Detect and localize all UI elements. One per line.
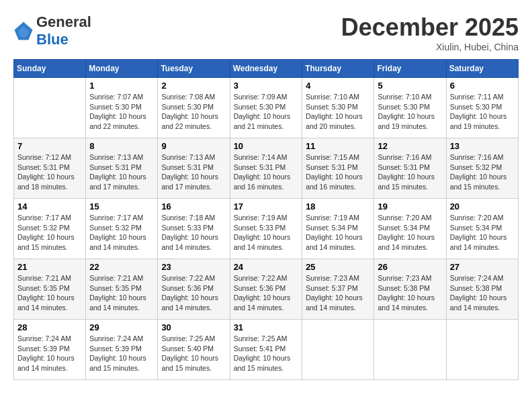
week-row-2: 7Sunrise: 7:12 AMSunset: 5:31 PMDaylight… bbox=[14, 138, 519, 199]
calendar-cell bbox=[14, 78, 86, 138]
day-number: 20 bbox=[450, 201, 515, 212]
calendar-cell: 4Sunrise: 7:10 AMSunset: 5:30 PMDaylight… bbox=[302, 78, 374, 138]
day-number: 26 bbox=[378, 262, 442, 272]
day-number: 17 bbox=[234, 201, 299, 212]
day-number: 15 bbox=[89, 201, 154, 212]
calendar-cell: 22Sunrise: 7:21 AMSunset: 5:35 PMDayligh… bbox=[86, 259, 158, 320]
day-info: Sunrise: 7:24 AMSunset: 5:39 PMDaylight:… bbox=[17, 334, 82, 373]
calendar-cell: 6Sunrise: 7:11 AMSunset: 5:30 PMDaylight… bbox=[446, 78, 518, 138]
calendar-cell: 12Sunrise: 7:16 AMSunset: 5:31 PMDayligh… bbox=[374, 138, 446, 199]
calendar-cell: 7Sunrise: 7:12 AMSunset: 5:31 PMDaylight… bbox=[14, 138, 86, 199]
day-info: Sunrise: 7:10 AMSunset: 5:30 PMDaylight:… bbox=[306, 92, 370, 132]
day-number: 12 bbox=[378, 141, 442, 151]
day-number: 10 bbox=[234, 141, 299, 151]
calendar-cell bbox=[446, 320, 518, 380]
day-info: Sunrise: 7:17 AMSunset: 5:32 PMDaylight:… bbox=[17, 213, 82, 253]
calendar-cell: 31Sunrise: 7:25 AMSunset: 5:41 PMDayligh… bbox=[230, 320, 302, 380]
day-number: 25 bbox=[306, 262, 370, 272]
header-row: Sunday Monday Tuesday Wednesday Thursday… bbox=[14, 60, 519, 78]
calendar-cell: 8Sunrise: 7:13 AMSunset: 5:31 PMDaylight… bbox=[86, 138, 158, 199]
day-number: 29 bbox=[89, 322, 154, 332]
day-info: Sunrise: 7:22 AMSunset: 5:36 PMDaylight:… bbox=[161, 273, 226, 313]
logo-icon bbox=[13, 21, 34, 41]
day-info: Sunrise: 7:21 AMSunset: 5:35 PMDaylight:… bbox=[89, 273, 154, 313]
day-number: 11 bbox=[306, 141, 370, 151]
header-wednesday: Wednesday bbox=[230, 60, 302, 78]
calendar-cell: 29Sunrise: 7:24 AMSunset: 5:39 PMDayligh… bbox=[86, 320, 158, 380]
page-header: General Blue December 2025 Xiulin, Hubei… bbox=[13, 13, 519, 52]
day-number: 1 bbox=[89, 81, 154, 91]
day-number: 6 bbox=[450, 81, 515, 91]
day-info: Sunrise: 7:19 AMSunset: 5:34 PMDaylight:… bbox=[306, 213, 370, 253]
day-number: 22 bbox=[89, 262, 154, 272]
logo-blue: Blue bbox=[36, 31, 69, 48]
header-sunday: Sunday bbox=[14, 60, 86, 78]
calendar-cell: 9Sunrise: 7:13 AMSunset: 5:31 PMDaylight… bbox=[158, 138, 230, 199]
logo-text: General Blue bbox=[36, 13, 91, 49]
logo-general: General bbox=[36, 13, 91, 30]
header-saturday: Saturday bbox=[446, 60, 518, 78]
day-info: Sunrise: 7:07 AMSunset: 5:30 PMDaylight:… bbox=[89, 92, 154, 132]
day-number: 23 bbox=[161, 262, 226, 272]
calendar-cell: 10Sunrise: 7:14 AMSunset: 5:31 PMDayligh… bbox=[230, 138, 302, 199]
day-info: Sunrise: 7:20 AMSunset: 5:34 PMDaylight:… bbox=[450, 213, 515, 253]
calendar-cell: 23Sunrise: 7:22 AMSunset: 5:36 PMDayligh… bbox=[158, 259, 230, 320]
day-info: Sunrise: 7:13 AMSunset: 5:31 PMDaylight:… bbox=[89, 152, 154, 192]
day-number: 3 bbox=[234, 81, 299, 91]
day-info: Sunrise: 7:09 AMSunset: 5:30 PMDaylight:… bbox=[234, 92, 299, 132]
week-row-5: 28Sunrise: 7:24 AMSunset: 5:39 PMDayligh… bbox=[14, 320, 519, 380]
header-tuesday: Tuesday bbox=[158, 60, 230, 78]
calendar-cell: 24Sunrise: 7:22 AMSunset: 5:36 PMDayligh… bbox=[230, 259, 302, 320]
day-number: 9 bbox=[161, 141, 226, 151]
day-number: 16 bbox=[161, 201, 226, 212]
day-info: Sunrise: 7:25 AMSunset: 5:40 PMDaylight:… bbox=[161, 334, 226, 373]
calendar-cell: 19Sunrise: 7:20 AMSunset: 5:34 PMDayligh… bbox=[374, 199, 446, 259]
day-info: Sunrise: 7:08 AMSunset: 5:30 PMDaylight:… bbox=[161, 92, 226, 132]
day-number: 5 bbox=[378, 81, 442, 91]
day-number: 28 bbox=[17, 322, 82, 332]
location: Xiulin, Hubei, China bbox=[341, 42, 519, 52]
day-info: Sunrise: 7:11 AMSunset: 5:30 PMDaylight:… bbox=[450, 92, 515, 132]
day-info: Sunrise: 7:10 AMSunset: 5:30 PMDaylight:… bbox=[378, 92, 442, 132]
day-info: Sunrise: 7:17 AMSunset: 5:32 PMDaylight:… bbox=[89, 213, 154, 253]
header-thursday: Thursday bbox=[302, 60, 374, 78]
month-title: December 2025 bbox=[341, 13, 519, 42]
day-number: 31 bbox=[234, 322, 299, 332]
day-number: 30 bbox=[161, 322, 226, 332]
header-friday: Friday bbox=[374, 60, 446, 78]
day-number: 13 bbox=[450, 141, 515, 151]
day-info: Sunrise: 7:20 AMSunset: 5:34 PMDaylight:… bbox=[378, 213, 442, 253]
day-info: Sunrise: 7:23 AMSunset: 5:37 PMDaylight:… bbox=[306, 273, 370, 313]
calendar-cell: 16Sunrise: 7:18 AMSunset: 5:33 PMDayligh… bbox=[158, 199, 230, 259]
day-info: Sunrise: 7:16 AMSunset: 5:31 PMDaylight:… bbox=[378, 152, 442, 192]
calendar-cell: 30Sunrise: 7:25 AMSunset: 5:40 PMDayligh… bbox=[158, 320, 230, 380]
day-info: Sunrise: 7:23 AMSunset: 5:38 PMDaylight:… bbox=[378, 273, 442, 313]
day-number: 19 bbox=[378, 201, 442, 212]
day-info: Sunrise: 7:19 AMSunset: 5:33 PMDaylight:… bbox=[234, 213, 299, 253]
calendar-cell: 1Sunrise: 7:07 AMSunset: 5:30 PMDaylight… bbox=[86, 78, 158, 138]
day-info: Sunrise: 7:16 AMSunset: 5:32 PMDaylight:… bbox=[450, 152, 515, 192]
day-info: Sunrise: 7:21 AMSunset: 5:35 PMDaylight:… bbox=[17, 273, 82, 313]
calendar-cell: 17Sunrise: 7:19 AMSunset: 5:33 PMDayligh… bbox=[230, 199, 302, 259]
day-number: 4 bbox=[306, 81, 370, 91]
logo: General Blue bbox=[13, 13, 91, 49]
calendar-cell: 2Sunrise: 7:08 AMSunset: 5:30 PMDaylight… bbox=[158, 78, 230, 138]
calendar-cell: 20Sunrise: 7:20 AMSunset: 5:34 PMDayligh… bbox=[446, 199, 518, 259]
day-info: Sunrise: 7:14 AMSunset: 5:31 PMDaylight:… bbox=[234, 152, 299, 192]
title-section: December 2025 Xiulin, Hubei, China bbox=[341, 13, 519, 52]
day-number: 2 bbox=[161, 81, 226, 91]
calendar-cell: 25Sunrise: 7:23 AMSunset: 5:37 PMDayligh… bbox=[302, 259, 374, 320]
day-number: 21 bbox=[17, 262, 82, 272]
calendar-body: 1Sunrise: 7:07 AMSunset: 5:30 PMDaylight… bbox=[14, 78, 519, 380]
calendar-cell: 14Sunrise: 7:17 AMSunset: 5:32 PMDayligh… bbox=[14, 199, 86, 259]
calendar-cell: 3Sunrise: 7:09 AMSunset: 5:30 PMDaylight… bbox=[230, 78, 302, 138]
calendar-cell bbox=[302, 320, 374, 380]
calendar-table: Sunday Monday Tuesday Wednesday Thursday… bbox=[13, 59, 519, 380]
header-monday: Monday bbox=[86, 60, 158, 78]
week-row-3: 14Sunrise: 7:17 AMSunset: 5:32 PMDayligh… bbox=[14, 199, 519, 259]
calendar-cell bbox=[374, 320, 446, 380]
day-info: Sunrise: 7:15 AMSunset: 5:31 PMDaylight:… bbox=[306, 152, 370, 192]
week-row-1: 1Sunrise: 7:07 AMSunset: 5:30 PMDaylight… bbox=[14, 78, 519, 138]
day-info: Sunrise: 7:24 AMSunset: 5:38 PMDaylight:… bbox=[450, 273, 515, 313]
day-info: Sunrise: 7:12 AMSunset: 5:31 PMDaylight:… bbox=[17, 152, 82, 192]
